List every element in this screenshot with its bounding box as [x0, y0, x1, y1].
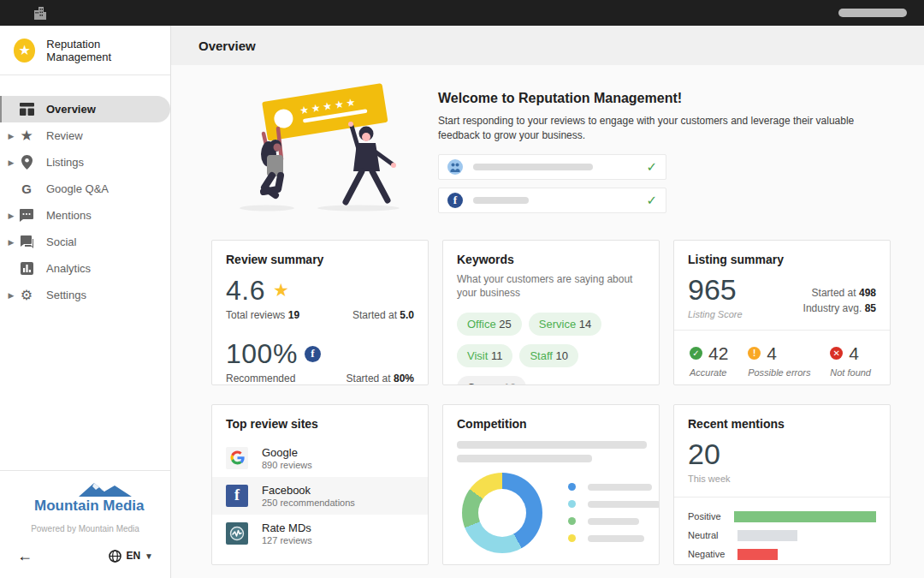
mentions-period: This week: [688, 474, 876, 484]
welcome-title: Welcome to Reputation Management!: [438, 91, 870, 106]
star-badge-icon: ★: [14, 39, 35, 63]
rating-value: 4.6: [226, 275, 265, 307]
sidebar-item-review[interactable]: ▶ ★ Review: [0, 122, 170, 149]
sidebar-item-overview[interactable]: Overview: [0, 96, 170, 122]
expand-caret-icon[interactable]: ▶: [4, 238, 18, 247]
back-arrow-icon[interactable]: ←: [17, 547, 33, 565]
check-icon: ✓: [646, 159, 657, 175]
possible-errors-stat: !4 Possible errors: [748, 343, 810, 378]
recommended-label: Recommended: [226, 372, 295, 384]
page-header: Overview: [171, 26, 924, 65]
sidebar-item-settings[interactable]: ▶ ⚙ Settings: [0, 282, 170, 308]
sidebar-item-social[interactable]: ▶ Social: [0, 229, 170, 255]
site-row-facebook[interactable]: f Facebook 250 recommendations: [212, 477, 428, 515]
task-row[interactable]: ✓: [438, 154, 666, 180]
mentions-count: 20: [688, 438, 876, 471]
card-title: Keywords: [457, 253, 645, 266]
keywords-card: Keywords What your customers are saying …: [442, 240, 660, 385]
mountain-media-logo: Mountain Media: [0, 481, 170, 522]
sidebar-item-label: Settings: [46, 289, 86, 301]
keyword-chip[interactable]: Visit 11: [457, 344, 512, 367]
facebook-icon: f: [305, 346, 321, 362]
started-at: Started at 80%: [346, 372, 414, 384]
listing-score-value: 965: [688, 273, 743, 307]
globe-icon: [109, 550, 121, 563]
gear-icon: ⚙: [18, 289, 35, 302]
legend-dot: [568, 483, 576, 491]
keyword-chip[interactable]: Staff 10: [519, 344, 578, 367]
task-placeholder-bar: [473, 164, 593, 170]
facebook-icon: f: [447, 193, 463, 208]
card-title: Competition: [457, 417, 645, 431]
legend-dot: [568, 534, 576, 542]
onboarding-tasks: ✓ f ✓: [438, 154, 666, 213]
location-pin-icon: [18, 155, 35, 170]
sidebar-item-label: Analytics: [46, 262, 91, 275]
listing-summary-card: Listing summary 965 Listing Score Starte…: [673, 240, 891, 385]
star-icon: ★: [273, 280, 289, 301]
dashboard-icon: [18, 103, 35, 116]
expand-caret-icon[interactable]: ▶: [4, 212, 18, 220]
task-placeholder-bar: [473, 197, 529, 204]
sidebar-item-label: Review: [46, 129, 83, 142]
task-row[interactable]: f ✓: [438, 188, 666, 213]
expand-caret-icon[interactable]: ▶: [4, 158, 18, 167]
google-logo-icon: [226, 447, 248, 469]
donut-legend: [568, 474, 660, 551]
star-icon: ★: [18, 128, 35, 143]
sidebar-item-mentions[interactable]: ▶ Mentions: [0, 202, 170, 229]
language-code: EN: [126, 550, 140, 562]
competition-card: Competition: [442, 404, 660, 565]
keywords-subtitle: What your customers are saying about you…: [457, 272, 649, 300]
legend-dot: [568, 500, 576, 508]
sentiment-row-positive: Positive: [688, 511, 876, 522]
forum-icon: [18, 235, 35, 248]
sidebar-item-label: Mentions: [46, 209, 92, 222]
neutral-bar: [737, 530, 797, 541]
language-selector[interactable]: EN ▼: [109, 550, 153, 563]
ratemds-logo-icon: [226, 522, 248, 545]
card-title: Listing summary: [688, 253, 876, 266]
check-icon: ✓: [646, 193, 657, 208]
top-app-bar: [0, 0, 924, 26]
sentiment-row-neutral: Neutral: [688, 530, 876, 541]
page-title: Overview: [198, 39, 256, 53]
legend-placeholder-bar: [588, 484, 652, 491]
total-reviews: Total reviews 19: [226, 309, 299, 321]
sidebar-item-listings[interactable]: ▶ Listings: [0, 149, 170, 176]
keyword-chip[interactable]: Queue 10: [457, 376, 526, 385]
recent-mentions-card: Recent mentions 20 This week Positive Ne…: [673, 404, 891, 565]
sentiment-row-negative: Negative: [688, 549, 876, 560]
listing-benchmarks: Started at 498 Industry avg. 85: [803, 273, 876, 319]
placeholder-bar: [457, 455, 592, 462]
keyword-chip[interactable]: Office 25: [457, 313, 522, 336]
listing-score-label: Listing Score: [688, 309, 743, 319]
expand-caret-icon[interactable]: ▶: [4, 291, 18, 300]
brand: ★ Reputation Management: [0, 26, 170, 75]
google-g-icon: G: [18, 182, 35, 196]
keyword-chip[interactable]: Service 14: [529, 313, 601, 336]
brand-title: Reputation Management: [46, 38, 157, 63]
sidebar-nav: Overview ▶ ★ Review ▶ Listings G Google …: [0, 75, 170, 308]
welcome-section: ★★★★★: [228, 80, 891, 221]
bar-chart-icon: [18, 262, 35, 275]
sidebar: ★ Reputation Management Overview ▶ ★ Rev…: [0, 26, 171, 578]
powered-by-text: Powered by Mountain Media: [0, 524, 170, 533]
sidebar-item-label: Listings: [46, 156, 84, 169]
account-placeholder[interactable]: [838, 9, 907, 17]
building-icon[interactable]: [33, 6, 48, 20]
welcome-subtitle: Start responding to your reviews to enga…: [438, 114, 870, 144]
expand-caret-icon[interactable]: ▶: [4, 132, 18, 140]
placeholder-bar: [457, 441, 647, 449]
review-summary-card: Review summary 4.6 ★ Total reviews 19 St…: [211, 240, 429, 385]
site-row-ratemds[interactable]: Rate MDs 127 reviews: [212, 515, 428, 552]
sidebar-item-google-qa[interactable]: G Google Q&A: [0, 176, 170, 202]
competition-donut: [462, 473, 542, 553]
chevron-down-icon: ▼: [145, 551, 153, 561]
started-at: Started at 5.0: [352, 309, 414, 321]
sidebar-item-analytics[interactable]: Analytics: [0, 255, 170, 282]
negative-bar: [737, 549, 778, 560]
site-row-google[interactable]: Google 890 reviews: [212, 439, 428, 477]
recommended-value: 100%: [226, 338, 298, 370]
sidebar-footer: Mountain Media Powered by Mountain Media…: [0, 470, 170, 578]
